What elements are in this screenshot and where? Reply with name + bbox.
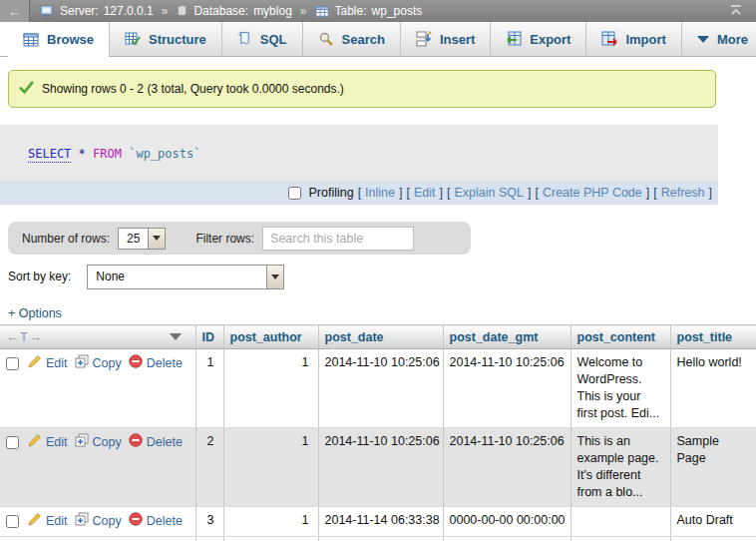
inline-link[interactable]: Inline xyxy=(365,186,395,200)
copy-icon xyxy=(75,354,89,373)
sql-query-code: SELECT * FROM `wp_posts` xyxy=(0,125,718,181)
cell-post-date: 2014-11-10 10:25:06 xyxy=(318,428,443,507)
delete-icon xyxy=(129,433,143,452)
sql-actions-bar: Profiling [ Inline ] [ Edit ] [ Explain … xyxy=(0,181,718,205)
cell-post-author: 1 xyxy=(223,428,318,507)
copy-label: Copy xyxy=(93,513,122,530)
bracket: [ xyxy=(358,186,361,200)
edit-label: Edit xyxy=(46,513,68,530)
breadcrumb-separator: » xyxy=(162,4,169,18)
delete-label: Delete xyxy=(147,434,183,451)
copy-row-link[interactable]: Copy xyxy=(75,433,122,452)
table-link[interactable]: wp_posts xyxy=(372,4,423,18)
column-header-post-title[interactable]: post_title xyxy=(670,325,756,349)
cell-id: 3 xyxy=(195,507,223,537)
column-header-post-author[interactable]: post_author xyxy=(223,325,318,349)
copy-icon xyxy=(75,512,89,531)
tab-bar: Browse Structure SQL Search Insert Expor… xyxy=(0,22,756,57)
row-actions-dropdown-icon[interactable] xyxy=(170,333,182,340)
tab-label: More xyxy=(717,32,748,47)
bracket: ] xyxy=(646,186,649,200)
table-row: Edit Copy Delete 1 1 2014-11-10 10:25:06… xyxy=(0,349,756,428)
pencil-icon xyxy=(28,512,42,531)
explain-sql-link[interactable]: Explain SQL xyxy=(454,186,523,200)
delete-row-link[interactable]: Delete xyxy=(129,433,183,452)
database-link[interactable]: myblog xyxy=(253,4,292,18)
sort-by-key-select[interactable]: None xyxy=(87,265,284,289)
sql-star: * xyxy=(79,147,86,161)
table-header-row: ←T→ ID post_author post_date post_date_g… xyxy=(0,325,756,349)
row-checkbox[interactable] xyxy=(6,436,19,449)
filter-rows-label: Filter rows: xyxy=(195,232,254,246)
tab-sql[interactable]: SQL xyxy=(222,22,303,56)
cell-post-date: 2014-11-10 10:25:06 xyxy=(318,349,443,428)
nav-back-button[interactable]: ← xyxy=(0,0,30,22)
tab-insert[interactable]: Insert xyxy=(401,22,491,56)
tab-export[interactable]: Export xyxy=(491,22,586,56)
options-toggle-link[interactable]: + Options xyxy=(8,306,62,320)
tab-label: Browse xyxy=(47,32,94,47)
delete-row-link[interactable]: Delete xyxy=(129,354,183,373)
status-message-text: Showing rows 0 - 2 (3 total, Query took … xyxy=(42,82,344,96)
cell-post-title: Sample Page xyxy=(670,428,756,507)
tab-more[interactable]: More xyxy=(682,22,756,56)
column-header-post-content[interactable]: post_content xyxy=(570,325,670,349)
select-dropdown-icon xyxy=(148,229,165,249)
edit-label: Edit xyxy=(46,434,68,451)
profiling-checkbox[interactable] xyxy=(288,187,301,200)
cell-post-date: 2014-11-14 06:33:38 xyxy=(318,507,443,537)
delete-label: Delete xyxy=(147,513,183,530)
cell-post-content: Welcome to WordPress. This is your first… xyxy=(570,349,670,428)
copy-row-link[interactable]: Copy xyxy=(75,354,122,373)
copy-icon xyxy=(75,433,89,452)
sql-keyword-from: FROM xyxy=(93,147,122,161)
edit-row-link[interactable]: Edit xyxy=(28,433,68,452)
sort-by-key-value: None xyxy=(88,266,266,288)
table-row: Edit Copy Delete 3 1 2014-11-14 06:33:38… xyxy=(0,507,756,537)
collapse-panel-icon[interactable] xyxy=(728,2,744,21)
search-icon xyxy=(318,31,334,47)
copy-label: Copy xyxy=(93,434,122,451)
column-header-id[interactable]: ID xyxy=(195,325,223,349)
sql-keyword-select: SELECT xyxy=(28,147,71,163)
column-header-post-date-gmt[interactable]: post_date_gmt xyxy=(443,325,570,349)
copy-label: Copy xyxy=(93,355,122,372)
rows-options-bar: Number of rows: 25 Filter rows: xyxy=(8,222,471,255)
tab-browse[interactable]: Browse xyxy=(8,22,110,57)
bracket: [ xyxy=(447,186,450,200)
edit-row-link[interactable]: Edit xyxy=(28,512,68,531)
refresh-link[interactable]: Refresh xyxy=(661,186,705,200)
edit-sql-link[interactable]: Edit xyxy=(414,186,436,200)
row-checkbox[interactable] xyxy=(6,357,19,370)
bracket: ] xyxy=(399,186,402,200)
browse-icon xyxy=(23,32,39,48)
cell-post-content: This is an example page. It's different … xyxy=(570,428,670,507)
bracket: ] xyxy=(440,186,443,200)
row-checkbox[interactable] xyxy=(6,515,19,528)
tab-label: Structure xyxy=(149,32,206,47)
tab-structure[interactable]: Structure xyxy=(110,22,222,56)
table-icon xyxy=(315,4,330,19)
filter-rows-input[interactable] xyxy=(262,227,414,251)
bracket: ] xyxy=(528,186,531,200)
database-icon xyxy=(176,4,189,18)
tab-search[interactable]: Search xyxy=(303,22,401,56)
number-of-rows-select[interactable]: 25 xyxy=(118,228,166,250)
sql-icon xyxy=(237,31,252,47)
number-of-rows-value: 25 xyxy=(119,229,148,249)
server-label: Server: xyxy=(60,4,99,18)
delete-icon xyxy=(129,512,143,531)
tab-import[interactable]: Import xyxy=(586,22,681,56)
phpmyadmin-screen: ← Server: 127.0.0.1 » Database: myblog »… xyxy=(0,0,756,541)
column-header-post-date[interactable]: post_date xyxy=(318,325,443,349)
edit-row-link[interactable]: Edit xyxy=(28,354,68,373)
breadcrumb-separator: » xyxy=(300,4,307,18)
profiling-label: Profiling xyxy=(308,186,353,200)
copy-row-link[interactable]: Copy xyxy=(75,512,122,531)
back-arrow-icon: ← xyxy=(8,4,21,19)
tab-label: SQL xyxy=(260,32,287,47)
column-visibility-control[interactable]: ←T→ xyxy=(6,329,43,344)
create-php-code-link[interactable]: Create PHP Code xyxy=(543,186,642,200)
delete-row-link[interactable]: Delete xyxy=(129,512,183,531)
server-link[interactable]: 127.0.0.1 xyxy=(104,4,154,18)
